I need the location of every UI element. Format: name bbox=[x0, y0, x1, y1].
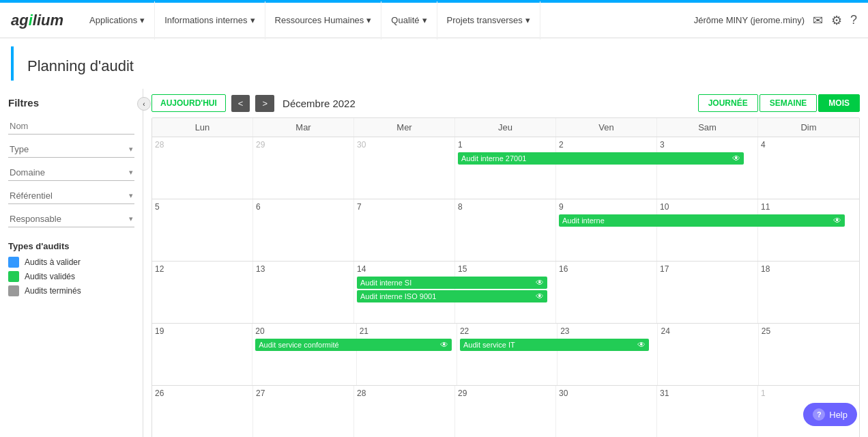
cal-day-5dec[interactable]: 5 bbox=[152, 199, 253, 261]
mail-icon[interactable]: ✉ bbox=[813, 13, 823, 28]
cal-day-17dec[interactable]: 17 bbox=[657, 262, 758, 323]
cal-day-24dec[interactable]: 24 bbox=[658, 324, 758, 385]
chevron-down-icon bbox=[525, 15, 530, 25]
filter-domaine: Domaine ▾ bbox=[8, 165, 134, 181]
view-semaine-button[interactable]: SEMAINE bbox=[760, 94, 818, 112]
cal-day-12dec[interactable]: 12 bbox=[152, 262, 253, 323]
nav-projets-transverses[interactable]: Projets transverses bbox=[437, 1, 540, 40]
event-audit-it[interactable]: Audit service IT 👁 bbox=[460, 339, 650, 351]
nav-qualite[interactable]: Qualité bbox=[381, 1, 437, 40]
legend-item-valider: Audits à valider bbox=[8, 257, 134, 268]
calendar-week-1: 28 29 30 1 Audit interne 27001 👁 bbox=[152, 137, 859, 199]
gear-icon[interactable]: ⚙ bbox=[831, 13, 842, 28]
help-button[interactable]: ? Help bbox=[803, 403, 857, 426]
cal-day-7dec[interactable]: 7 bbox=[354, 199, 455, 261]
view-buttons: JOURNÉE SEMAINE MOIS bbox=[698, 94, 860, 112]
cal-day-21dec[interactable]: 21 bbox=[357, 324, 457, 385]
cal-day-31dec[interactable]: 31 bbox=[657, 386, 758, 437]
cal-day-20dec[interactable]: 20 Audit service conformité 👁 bbox=[252, 324, 356, 385]
today-button[interactable]: AUJOURD'HUI bbox=[151, 94, 226, 112]
filter-nom bbox=[8, 118, 134, 135]
logo: agilium bbox=[11, 12, 63, 29]
cal-day-1dec[interactable]: 1 Audit interne 27001 👁 bbox=[455, 137, 556, 199]
day-header-mar: Mar bbox=[253, 118, 354, 137]
view-mois-button[interactable]: MOIS bbox=[818, 94, 860, 112]
day-header-jeu: Jeu bbox=[455, 118, 556, 137]
nav-ressources-humaines[interactable]: Ressources Humaines bbox=[265, 1, 382, 40]
cal-day-6dec[interactable]: 6 bbox=[253, 199, 354, 261]
cal-day-22dec[interactable]: 22 Audit service IT 👁 bbox=[457, 324, 558, 385]
calendar-week-3: 12 13 14 Audit interne SI 👁 Audit intern… bbox=[152, 262, 859, 324]
cal-day-18dec[interactable]: 18 bbox=[758, 262, 859, 323]
filter-referentiel-select[interactable]: Référentiel bbox=[10, 191, 129, 201]
calendar-week-5: 26 27 28 29 30 31 1 bbox=[152, 386, 859, 437]
month-label: Décembre 2022 bbox=[283, 98, 693, 109]
navbar: agilium Applications Informations intern… bbox=[0, 0, 868, 38]
navbar-right: Jérôme MINY (jerome.miny) ✉ ⚙ ? bbox=[694, 13, 857, 28]
help-circle-icon: ? bbox=[813, 408, 825, 421]
event-audit-iso-9001[interactable]: Audit interne ISO 9001 👁 bbox=[357, 290, 547, 302]
cal-day-29nov[interactable]: 29 bbox=[253, 137, 354, 199]
legend-color-valider bbox=[8, 257, 19, 268]
chevron-down-icon: ▾ bbox=[129, 168, 133, 177]
calendar-week-4: 19 20 Audit service conformité 👁 21 22 bbox=[152, 324, 859, 386]
chevron-down-icon bbox=[140, 15, 145, 25]
cal-day-13dec[interactable]: 13 bbox=[253, 262, 354, 323]
next-button[interactable]: > bbox=[255, 95, 274, 112]
sidebar: ‹ Filtres Type ▾ Domaine ▾ bbox=[0, 89, 143, 437]
cal-day-4dec[interactable]: 4 bbox=[758, 137, 859, 199]
filter-responsable-select[interactable]: Responsable bbox=[10, 214, 129, 224]
page-title: Planning d'audit bbox=[27, 57, 843, 75]
cal-day-27dec[interactable]: 27 bbox=[253, 386, 354, 437]
event-audit-27001[interactable]: Audit interne 27001 👁 bbox=[458, 152, 744, 165]
cal-day-11dec[interactable]: 11 bbox=[758, 199, 859, 261]
cal-day-16dec[interactable]: 16 bbox=[556, 262, 657, 323]
calendar-toolbar: AUJOURD'HUI < > Décembre 2022 JOURNÉE SE… bbox=[151, 89, 860, 117]
cal-day-8dec[interactable]: 8 bbox=[455, 199, 556, 261]
chevron-down-icon: ▾ bbox=[129, 145, 133, 154]
cal-day-29dec[interactable]: 29 bbox=[455, 386, 556, 437]
calendar-week-2: 5 6 7 8 9 Audit interne 👁 bbox=[152, 199, 859, 262]
cal-day-10dec[interactable]: 10 bbox=[657, 199, 758, 261]
calendar-area: AUJOURD'HUI < > Décembre 2022 JOURNÉE SE… bbox=[143, 89, 868, 437]
chevron-down-icon: ▾ bbox=[129, 214, 133, 223]
eye-icon: 👁 bbox=[637, 340, 646, 350]
cal-day-28nov[interactable]: 28 bbox=[152, 137, 253, 199]
sidebar-toggle[interactable]: ‹ bbox=[137, 97, 151, 111]
cal-day-19dec[interactable]: 19 bbox=[152, 324, 252, 385]
view-journee-button[interactable]: JOURNÉE bbox=[698, 94, 758, 112]
help-icon[interactable]: ? bbox=[850, 13, 857, 27]
cal-day-30dec[interactable]: 30 bbox=[556, 386, 657, 437]
cal-day-14dec[interactable]: 14 Audit interne SI 👁 Audit interne ISO … bbox=[354, 262, 455, 323]
calendar-header-row: Lun Mar Mer Jeu Ven Sam Dim bbox=[152, 118, 859, 137]
cal-day-25dec[interactable]: 25 bbox=[759, 324, 859, 385]
cal-day-3dec[interactable]: 3 bbox=[657, 137, 758, 199]
cal-day-26dec[interactable]: 26 bbox=[152, 386, 253, 437]
chevron-down-icon bbox=[422, 15, 427, 25]
nav-informations-internes[interactable]: Informations internes bbox=[155, 1, 265, 40]
cal-day-28dec[interactable]: 28 bbox=[354, 386, 455, 437]
sidebar-title: Filtres bbox=[8, 97, 134, 109]
day-header-mer: Mer bbox=[354, 118, 455, 137]
calendar-grid: Lun Mar Mer Jeu Ven Sam Dim 28 29 30 bbox=[151, 117, 860, 437]
event-audit-interne-si[interactable]: Audit interne SI 👁 bbox=[357, 277, 547, 289]
cal-day-30nov[interactable]: 30 bbox=[354, 137, 455, 199]
legend-color-valides bbox=[8, 271, 19, 282]
help-label: Help bbox=[829, 410, 848, 420]
cal-day-23dec[interactable]: 23 bbox=[558, 324, 658, 385]
event-audit-conformite[interactable]: Audit service conformité 👁 bbox=[255, 339, 452, 351]
chevron-down-icon bbox=[250, 15, 255, 25]
event-audit-interne[interactable]: Audit interne 👁 bbox=[559, 214, 845, 227]
filter-nom-input[interactable] bbox=[8, 118, 134, 135]
filter-domaine-select[interactable]: Domaine bbox=[10, 167, 129, 178]
eye-icon: 👁 bbox=[833, 216, 841, 225]
user-label: Jérôme MINY (jerome.miny) bbox=[694, 15, 805, 25]
nav-applications[interactable]: Applications bbox=[80, 1, 155, 40]
legend-title: Types d'audits bbox=[8, 241, 134, 251]
prev-button[interactable]: < bbox=[231, 95, 250, 112]
navbar-menu: Applications Informations internes Resso… bbox=[80, 1, 694, 40]
eye-icon: 👁 bbox=[536, 292, 544, 301]
cal-day-2dec[interactable]: 2 bbox=[556, 137, 657, 199]
cal-day-9dec[interactable]: 9 Audit interne 👁 bbox=[556, 199, 657, 261]
filter-type-select[interactable]: Type bbox=[10, 144, 129, 154]
